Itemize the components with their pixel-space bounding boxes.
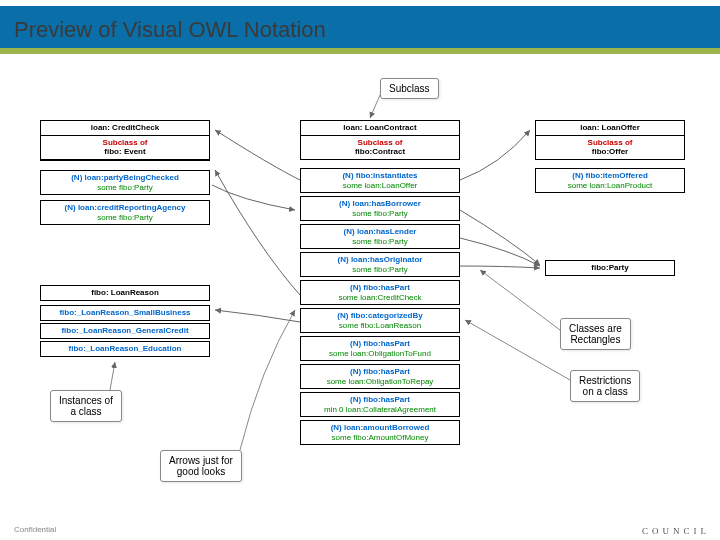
restriction-item-offered: (N) fibo:itemOfferedsome loan:LoanProduc… — [535, 168, 685, 193]
class-loan-offer: loan: LoanOffer Subclass of fibo:Offer — [535, 120, 685, 160]
class-party: fibo:Party — [545, 260, 675, 276]
instance-education: fibo:_LoanReason_Education — [40, 341, 210, 357]
diagram-canvas: Subclass loan: CreditCheck Subclass of f… — [0, 70, 720, 530]
class-credit-check: loan: CreditCheck Subclass of fibo: Even… — [40, 120, 210, 161]
note-classes-rectangles: Classes are Rectangles — [560, 318, 631, 350]
restriction-has-part-credit: (N) fibo:hasPartsome loan:CreditCheck — [300, 280, 460, 305]
title-bar: Preview of Visual OWL Notation — [0, 0, 720, 54]
footer-logo: COUNCIL — [642, 526, 710, 536]
subclass-row: Subclass of fibo:Contract — [301, 136, 459, 159]
restriction-instantiates: (N) fibo:instantiatessome loan:LoanOffer — [300, 168, 460, 193]
restriction-has-lender: (N) loan:hasLendersome fibo:Party — [300, 224, 460, 249]
restriction-amount-borrowed: (N) loan:amountBorrowedsome fibo:AmountO… — [300, 420, 460, 445]
subclass-row: Subclass of fibo: Event — [41, 136, 209, 160]
instance-general-credit: fibo:_LoanReason_GeneralCredit — [40, 323, 210, 339]
restriction-has-part-collateral: (N) fibo:hasPartmin 0 loan:CollateralAgr… — [300, 392, 460, 417]
restriction-has-part-fund: (N) fibo:hasPartsome loan:ObligationToFu… — [300, 336, 460, 361]
class-loan-contract: loan: LoanContract Subclass of fibo:Cont… — [300, 120, 460, 160]
restriction-has-borrower: (N) loan:hasBorrowersome fibo:Party — [300, 196, 460, 221]
instance-small-business: fibo:_LoanReason_SmallBusiness — [40, 305, 210, 321]
footer-text: Confidential — [14, 525, 56, 534]
note-subclass: Subclass — [380, 78, 439, 99]
restriction-reporting-agency: (N) loan:creditReportingAgency some fibo… — [40, 200, 210, 225]
class-loan-reason: fibo: LoanReason — [40, 285, 210, 301]
restriction-categorized-by: (N) fibo:categorizedBysome fibo:LoanReas… — [300, 308, 460, 333]
class-header: loan: CreditCheck — [41, 121, 209, 136]
note-restrictions: Restrictions on a class — [570, 370, 640, 402]
note-instances: Instances of a class — [50, 390, 122, 422]
restriction-has-originator: (N) loan:hasOriginatorsome fibo:Party — [300, 252, 460, 277]
page-title: Preview of Visual OWL Notation — [14, 17, 326, 43]
note-arrows: Arrows just for good looks — [160, 450, 242, 482]
restriction-party-checked: (N) loan:partyBeingChecked some fibo:Par… — [40, 170, 210, 195]
restriction-has-part-repay: (N) fibo:hasPartsome loan:ObligationToRe… — [300, 364, 460, 389]
subclass-row: Subclass of fibo:Offer — [536, 136, 684, 159]
